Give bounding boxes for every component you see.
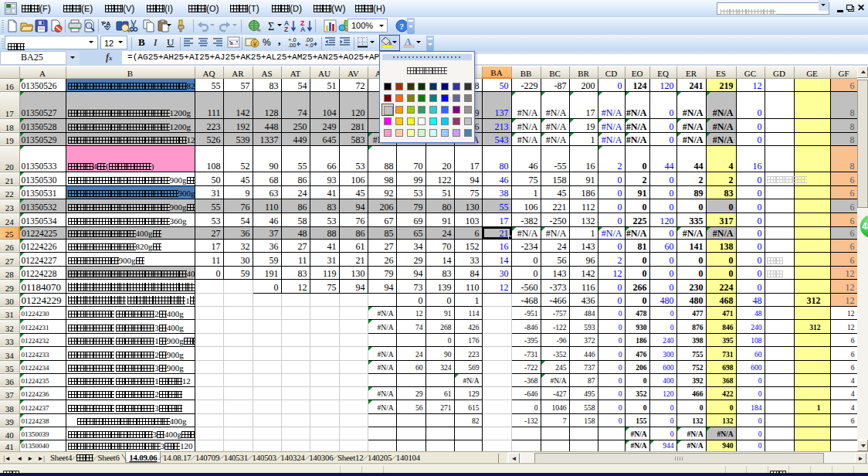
svg-text:?: ? (400, 22, 405, 31)
svg-text:%: % (263, 37, 271, 48)
svg-text:A: A (300, 26, 305, 32)
svg-text:+.0: +.0 (305, 42, 314, 48)
svg-text:.00: .00 (288, 42, 296, 48)
svg-text:,: , (278, 36, 281, 46)
svg-text:Σ: Σ (268, 21, 274, 32)
svg-text:Z: Z (284, 26, 288, 32)
svg-text:a: a (230, 39, 233, 46)
svg-text:¥: ¥ (253, 40, 258, 48)
